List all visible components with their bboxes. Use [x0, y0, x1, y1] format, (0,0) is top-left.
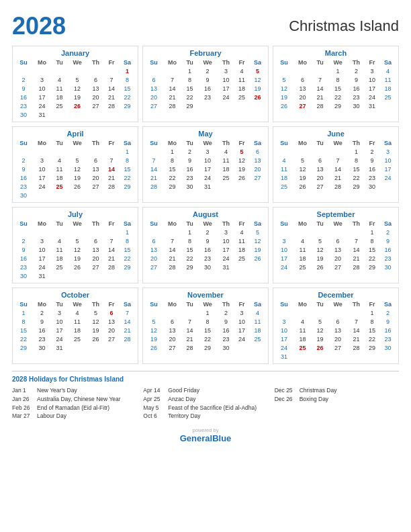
calendar-day: 27	[145, 101, 163, 110]
calendar-day	[52, 110, 67, 119]
calendar-day: 15	[163, 165, 182, 173]
day-header-sa: Sa	[379, 220, 396, 228]
calendar-day: 15	[365, 326, 379, 335]
holiday-item: Apr 14Good Friday	[143, 386, 267, 395]
holiday-date: Feb 26	[12, 404, 34, 412]
calendar-day: 22	[15, 335, 32, 343]
calendar-day: 4	[293, 236, 312, 245]
calendar-day: 16	[32, 326, 52, 335]
calendar-day: 12	[234, 156, 249, 165]
calendar-day: 7	[119, 308, 136, 317]
calendar-day: 10	[234, 317, 249, 326]
calendar-day: 18	[293, 254, 312, 263]
calendar-day: 11	[52, 165, 67, 173]
calendar-day	[52, 147, 67, 156]
day-header-th: Th	[218, 139, 234, 147]
calendar-day: 26	[312, 343, 328, 352]
calendar-day	[249, 343, 266, 352]
calendar-day: 27	[104, 335, 119, 343]
calendar-day: 25	[52, 263, 67, 271]
calendar-day: 14	[104, 245, 119, 254]
calendar-day: 8	[119, 75, 136, 84]
month-block-december: DecemberSuMoTuWeThFrSa123456789101112131…	[273, 287, 399, 364]
calendar-day: 5	[67, 75, 87, 84]
calendar-day: 7	[312, 75, 328, 84]
day-header-su: Su	[15, 139, 32, 147]
month-block-april: AprilSuMoTuWeThFrSa123456789101112131415…	[12, 126, 138, 203]
calendar-day	[182, 308, 197, 317]
calendar-day	[52, 271, 67, 280]
calendar-day: 11	[67, 317, 87, 326]
calendar-day: 6	[163, 317, 182, 326]
calendar-day: 2	[348, 66, 365, 75]
day-header-tu: Tu	[312, 220, 328, 228]
day-header-we: We	[328, 58, 348, 66]
calendar-day: 30	[15, 271, 32, 280]
calendar-day: 15	[328, 84, 348, 93]
holiday-name: Territory Day	[168, 412, 200, 420]
calendar-day	[328, 352, 348, 361]
calendar-table: SuMoTuWeThFrSa12345678910111213141516171…	[145, 300, 266, 352]
country-title: Christmas Island	[289, 17, 399, 35]
day-header-su: Su	[275, 220, 293, 228]
calendar-day	[119, 343, 136, 352]
calendar-day: 6	[104, 308, 119, 317]
day-header-fr: Fr	[365, 220, 379, 228]
holiday-item: May 5Feast of the Sacrifice (Eid al-Adha…	[143, 404, 267, 412]
holiday-name: Christmas Day	[300, 386, 337, 395]
calendar-day: 21	[145, 173, 163, 182]
calendar-day: 9	[197, 236, 218, 245]
calendar-day: 22	[119, 254, 136, 263]
calendar-day: 29	[119, 182, 136, 191]
month-name: November	[145, 291, 266, 299]
calendar-day: 9	[197, 75, 218, 84]
calendar-day: 24	[365, 93, 379, 101]
calendar-day: 29	[365, 263, 379, 271]
calendar-day: 1	[348, 147, 365, 156]
day-header-su: Su	[145, 139, 163, 147]
calendar-day: 12	[145, 326, 163, 335]
calendar-day: 20	[87, 93, 104, 101]
calendar-day	[275, 147, 293, 156]
calendar-day: 8	[15, 317, 32, 326]
holiday-date: Dec 25	[275, 386, 296, 395]
calendar-day: 25	[275, 182, 293, 191]
calendar-day: 2	[182, 147, 197, 156]
calendar-day: 27	[87, 263, 104, 271]
calendar-day	[67, 228, 87, 236]
calendar-day: 17	[275, 254, 293, 263]
calendar-day: 19	[249, 245, 266, 254]
calendar-day: 1	[182, 66, 197, 75]
calendar-day: 19	[67, 173, 87, 182]
calendar-day: 16	[379, 326, 396, 335]
calendar-day: 25	[234, 254, 249, 263]
day-header-sa: Sa	[119, 139, 136, 147]
day-header-mo: Mo	[163, 300, 182, 308]
calendar-day: 7	[145, 156, 163, 165]
month-block-may: MaySuMoTuWeThFrSa12345678910111213141516…	[142, 126, 269, 203]
calendar-day: 24	[218, 93, 234, 101]
calendar-day: 9	[379, 317, 396, 326]
calendar-day: 29	[163, 182, 182, 191]
calendar-day	[293, 352, 312, 361]
calendar-day	[15, 147, 32, 156]
calendar-day: 16	[15, 93, 32, 101]
holiday-name: Boxing Day	[300, 395, 328, 404]
day-header-fr: Fr	[365, 139, 379, 147]
day-header-fr: Fr	[104, 300, 119, 308]
day-header-we: We	[328, 300, 348, 308]
calendar-day: 19	[234, 165, 249, 173]
calendar-day	[234, 263, 249, 271]
calendar-day: 26	[234, 173, 249, 182]
calendar-day: 24	[197, 173, 218, 182]
calendar-day: 7	[182, 317, 197, 326]
month-block-july: JulySuMoTuWeThFrSa1234567891011121314151…	[12, 207, 138, 283]
calendar-day: 3	[275, 317, 293, 326]
holidays-grid: Jan 1New Year's DayJan 26Australia Day, …	[12, 386, 399, 420]
holiday-column: Jan 1New Year's DayJan 26Australia Day, …	[12, 386, 136, 420]
calendar-day	[119, 110, 136, 119]
calendar-day: 1	[365, 308, 379, 317]
calendar-day: 10	[52, 317, 67, 326]
day-header-su: Su	[145, 220, 163, 228]
year-title: 2028	[12, 12, 66, 40]
